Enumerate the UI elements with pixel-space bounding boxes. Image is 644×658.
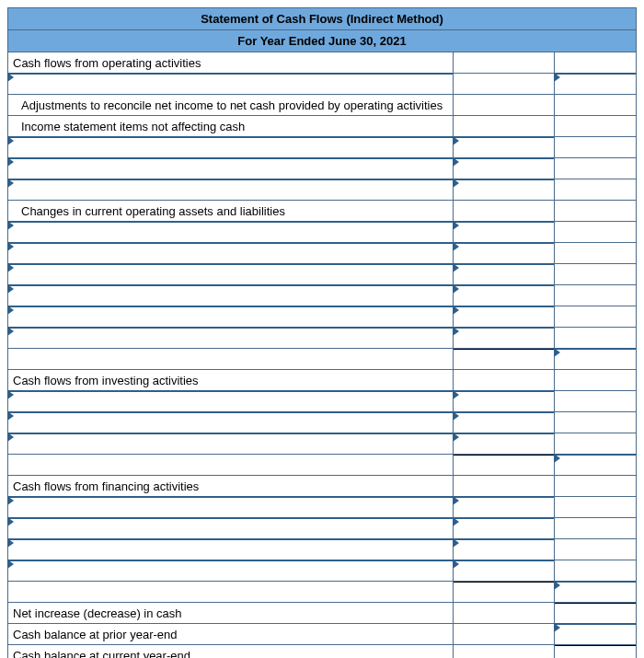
label-income-items: Income statement items not affecting cas… (8, 116, 454, 136)
amount-cell (454, 52, 555, 73)
input-row (8, 560, 636, 582)
input-row (8, 433, 636, 455)
desc-input[interactable] (8, 285, 454, 306)
statement-title: Statement of Cash Flows (Indirect Method… (201, 12, 443, 26)
investing-header-row: Cash flows from investing activities (8, 370, 636, 391)
amount-input[interactable] (454, 497, 555, 517)
amount-cell (454, 74, 555, 94)
amount-input[interactable] (555, 349, 636, 369)
amount-cell (555, 95, 636, 115)
amount-cell (555, 116, 636, 136)
amount-cell (454, 476, 555, 496)
amount-cell (555, 328, 636, 348)
amount-input[interactable] (555, 582, 636, 602)
input-row (8, 518, 636, 539)
desc-cell (8, 349, 454, 369)
amount-cell (555, 370, 636, 390)
label-adjustments: Adjustments to reconcile net income to n… (8, 95, 454, 115)
amount-cell (555, 179, 636, 200)
input-row (8, 391, 636, 412)
changes-row: Changes in current operating assets and … (8, 201, 636, 222)
desc-input[interactable] (8, 179, 454, 200)
amount-cell (454, 95, 555, 115)
amount-input[interactable] (454, 412, 555, 433)
desc-cell (8, 455, 454, 475)
cash-flow-statement: Statement of Cash Flows (Indirect Method… (7, 7, 637, 658)
amount-input[interactable] (555, 74, 636, 94)
desc-input[interactable] (8, 158, 454, 179)
amount-input[interactable] (454, 518, 555, 538)
input-row (8, 412, 636, 433)
amount-input[interactable] (555, 624, 636, 644)
amount-input[interactable] (454, 306, 555, 327)
subtotal-row (8, 349, 636, 370)
input-row (8, 137, 636, 158)
amount-cell (555, 137, 636, 157)
desc-input[interactable] (8, 433, 454, 454)
adjustments-row: Adjustments to reconcile net income to n… (8, 95, 636, 116)
amount-input[interactable] (454, 243, 555, 263)
label-operating: Cash flows from operating activities (8, 52, 454, 73)
net-increase-row: Net increase (decrease) in cash (8, 603, 636, 624)
amount-input[interactable] (454, 179, 555, 200)
financing-header-row: Cash flows from financing activities (8, 476, 636, 497)
desc-input[interactable] (8, 264, 454, 284)
amount-input[interactable] (454, 222, 555, 242)
amount-cell (555, 264, 636, 284)
amount-cell (555, 476, 636, 496)
input-row (8, 264, 636, 285)
amount-cell (555, 201, 636, 221)
amount-input[interactable] (454, 158, 555, 179)
current-balance-row: Cash balance at current year-end (8, 645, 636, 658)
amount-cell (555, 412, 636, 433)
amount-input[interactable] (454, 264, 555, 284)
desc-input[interactable] (8, 74, 454, 94)
amount-cell (454, 603, 555, 623)
input-row (8, 539, 636, 560)
desc-input[interactable] (8, 412, 454, 433)
input-row (8, 243, 636, 264)
amount-cell (555, 306, 636, 327)
amount-input[interactable] (454, 137, 555, 157)
desc-input[interactable] (8, 539, 454, 560)
subtotal-row (8, 455, 636, 476)
title-row: Statement of Cash Flows (Indirect Method… (8, 8, 636, 30)
amount-cell (454, 116, 555, 136)
input-row (8, 306, 636, 328)
desc-input[interactable] (8, 518, 454, 538)
input-row (8, 74, 636, 95)
desc-input[interactable] (8, 306, 454, 327)
amount-input[interactable] (454, 539, 555, 560)
amount-cell (555, 158, 636, 179)
amount-input[interactable] (454, 285, 555, 306)
desc-input[interactable] (8, 497, 454, 517)
input-row (8, 328, 636, 349)
amount-cell (555, 539, 636, 560)
statement-period: For Year Ended June 30, 2021 (237, 34, 406, 48)
label-changes: Changes in current operating assets and … (8, 201, 454, 221)
input-row (8, 158, 636, 179)
amount-cell (454, 201, 555, 221)
input-row (8, 222, 636, 243)
desc-input[interactable] (8, 391, 454, 411)
amount-input[interactable] (454, 560, 555, 581)
amount-input[interactable] (555, 455, 636, 475)
amount-cell (454, 624, 555, 644)
amount-cell (555, 433, 636, 454)
desc-input[interactable] (8, 243, 454, 263)
input-row (8, 179, 636, 201)
amount-input[interactable] (454, 328, 555, 348)
amount-cell (555, 285, 636, 306)
amount-input[interactable] (454, 433, 555, 454)
input-row (8, 285, 636, 306)
amount-input[interactable] (454, 391, 555, 411)
label-prior-balance: Cash balance at prior year-end (8, 624, 454, 644)
desc-input[interactable] (8, 137, 454, 157)
desc-input[interactable] (8, 560, 454, 581)
desc-input[interactable] (8, 222, 454, 242)
desc-input[interactable] (8, 328, 454, 348)
amount-cell (454, 349, 555, 369)
amount-cell (555, 243, 636, 263)
input-row (8, 497, 636, 518)
amount-cell (555, 391, 636, 411)
